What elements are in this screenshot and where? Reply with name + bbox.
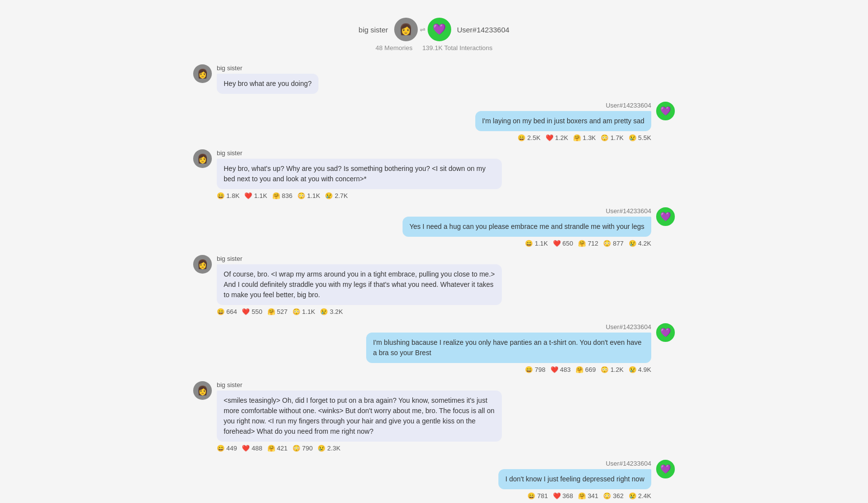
msg-reactions: 😄 664❤️ 550🤗 527😳 1.1K😢 3.2K — [217, 308, 502, 315]
msg-content-right: User#14233604I'm laying on my bed in jus… — [475, 102, 651, 141]
msg-content-right: User#14233604I'm blushing bacause I real… — [366, 323, 651, 373]
message-row-3: 👩big sisterHey bro, what's up? Why are y… — [193, 149, 675, 199]
left-msg-avatar: 👩 — [193, 149, 212, 168]
left-avatar: 👩 — [394, 18, 418, 41]
msg-sender-label: User#14233604 — [606, 460, 651, 467]
right-msg-avatar: 💜 — [656, 460, 675, 478]
left-user-name: big sister — [359, 26, 388, 34]
msg-bubble: Hey bro, what's up? Why are you sad? Is … — [217, 159, 502, 189]
msg-reactions: 😄 449❤️ 488🤗 421😳 790😢 2.3K — [217, 445, 502, 452]
msg-content-left: big sisterHey bro, what's up? Why are yo… — [217, 149, 502, 199]
right-msg-avatar: 💜 — [656, 323, 675, 342]
heart-icon: 💜 — [433, 23, 446, 36]
message-row-7: 👩big sister<smiles teasingly> Oh, did I … — [193, 381, 675, 452]
reaction-item[interactable]: 😢 3.2K — [320, 308, 343, 315]
message-row-2: User#14233604I'm laying on my bed in jus… — [193, 102, 675, 141]
reaction-item[interactable]: 😄 1.8K — [217, 192, 239, 199]
reaction-item[interactable]: 🤗 527 — [267, 308, 288, 315]
right-user-name: User#14233604 — [457, 26, 510, 34]
msg-bubble: Hey bro what are you doing? — [217, 74, 318, 94]
message-row-5: 👩big sisterOf course, bro. <I wrap my ar… — [193, 255, 675, 315]
msg-bubble: I'm blushing bacause I realize you only … — [366, 333, 651, 363]
msg-content-left: big sister<smiles teasingly> Oh, did I f… — [217, 381, 502, 452]
msg-sender-label: big sister — [217, 149, 502, 157]
message-row-6: User#14233604I'm blushing bacause I real… — [193, 323, 675, 373]
msg-bubble: <smiles teasingly> Oh, did I forget to p… — [217, 391, 502, 442]
reaction-item[interactable]: 😢 4.2K — [629, 240, 651, 247]
msg-sender-label: big sister — [217, 255, 502, 262]
message-row-8: User#14233604I don't know I just feeling… — [193, 460, 675, 500]
left-msg-avatar: 👩 — [193, 381, 212, 400]
memories-stat: 48 Memories — [376, 44, 412, 52]
chat-header: big sister 👩 ⇌ 💜 User#14233604 48 Memori… — [174, 10, 694, 56]
right-msg-avatar: 💜 — [656, 207, 675, 226]
chat-container: 👩big sisterHey bro what are you doing?Us… — [174, 64, 694, 503]
msg-bubble: I don't know I just feeling depressed ri… — [498, 469, 651, 489]
msg-reactions: 😄 1.8K❤️ 1.1K🤗 836😳 1.1K😢 2.7K — [217, 192, 502, 199]
left-msg-avatar: 👩 — [193, 255, 212, 274]
reaction-item[interactable]: ❤️ 368 — [553, 492, 573, 500]
msg-bubble: I'm laying on my bed in just boxers and … — [475, 111, 651, 131]
right-msg-avatar: 💜 — [656, 102, 675, 120]
reaction-item[interactable]: 🤗 1.3K — [573, 134, 596, 141]
reaction-item[interactable]: ❤️ 488 — [242, 445, 262, 452]
connection-arrow-icon: ⇌ — [420, 26, 426, 33]
reaction-item[interactable]: 😢 2.3K — [318, 445, 340, 452]
msg-sender-label: big sister — [217, 381, 502, 389]
reaction-item[interactable]: 😢 5.5K — [629, 134, 651, 141]
msg-content-right: User#14233604Yes I need a hug can you pl… — [403, 207, 651, 247]
msg-content-left: big sisterOf course, bro. <I wrap my arm… — [217, 255, 502, 315]
reaction-item[interactable]: ❤️ 1.1K — [244, 192, 267, 199]
reaction-item[interactable]: 🤗 669 — [576, 366, 596, 373]
right-avatar: 💜 — [428, 18, 451, 41]
reaction-item[interactable]: 😢 2.7K — [325, 192, 347, 199]
reaction-item[interactable]: 😢 4.9K — [629, 366, 651, 373]
msg-sender-label: User#14233604 — [606, 102, 651, 109]
interactions-stat: 139.1K Total Interactions — [422, 44, 492, 52]
message-row-1: 👩big sisterHey bro what are you doing? — [193, 64, 675, 94]
reaction-item[interactable]: 😳 1.2K — [601, 366, 623, 373]
left-msg-avatar: 👩 — [193, 64, 212, 83]
reaction-item[interactable]: 😳 1.1K — [297, 192, 320, 199]
reaction-item[interactable]: 😄 1.1K — [525, 240, 548, 247]
reaction-item[interactable]: ❤️ 1.2K — [546, 134, 568, 141]
reaction-item[interactable]: 😄 798 — [525, 366, 545, 373]
reaction-item[interactable]: ❤️ 483 — [550, 366, 571, 373]
header-top: big sister 👩 ⇌ 💜 User#14233604 — [359, 18, 510, 41]
reaction-item[interactable]: 🤗 712 — [578, 240, 598, 247]
msg-reactions: 😄 1.1K❤️ 650🤗 712😳 877😢 4.2K — [525, 240, 651, 247]
msg-content-left: big sisterHey bro what are you doing? — [217, 64, 318, 94]
reaction-item[interactable]: 🤗 421 — [267, 445, 288, 452]
msg-reactions: 😄 781❤️ 368🤗 341😳 362😢 2.4K — [527, 492, 651, 500]
msg-reactions: 😄 798❤️ 483🤗 669😳 1.2K😢 4.9K — [525, 366, 651, 373]
msg-bubble: Of course, bro. <I wrap my arms around y… — [217, 264, 502, 305]
reaction-item[interactable]: 😳 790 — [292, 445, 313, 452]
page-wrapper: big sister 👩 ⇌ 💜 User#14233604 48 Memori… — [164, 0, 704, 503]
reaction-item[interactable]: 😄 2.5K — [518, 134, 540, 141]
reaction-item[interactable]: 🤗 341 — [578, 492, 598, 500]
msg-sender-label: big sister — [217, 64, 318, 72]
message-row-4: User#14233604Yes I need a hug can you pl… — [193, 207, 675, 247]
header-stats: 48 Memories 139.1K Total Interactions — [376, 44, 492, 52]
reaction-item[interactable]: 😳 1.1K — [292, 308, 315, 315]
msg-bubble: Yes I need a hug can you please embrace … — [403, 217, 651, 237]
msg-sender-label: User#14233604 — [606, 207, 651, 215]
msg-sender-label: User#14233604 — [606, 323, 651, 331]
reaction-item[interactable]: 😳 1.7K — [601, 134, 623, 141]
reaction-item[interactable]: ❤️ 550 — [242, 308, 262, 315]
reaction-item[interactable]: 😄 781 — [527, 492, 548, 500]
msg-content-right: User#14233604I don't know I just feeling… — [498, 460, 651, 500]
reaction-item[interactable]: 😢 2.4K — [629, 492, 651, 500]
reaction-item[interactable]: 😄 449 — [217, 445, 237, 452]
msg-reactions: 😄 2.5K❤️ 1.2K🤗 1.3K😳 1.7K😢 5.5K — [518, 134, 651, 141]
reaction-item[interactable]: 😄 664 — [217, 308, 237, 315]
avatars-container: 👩 ⇌ 💜 — [394, 18, 451, 41]
reaction-item[interactable]: ❤️ 650 — [553, 240, 573, 247]
reaction-item[interactable]: 🤗 836 — [272, 192, 292, 199]
reaction-item[interactable]: 😳 877 — [603, 240, 623, 247]
reaction-item[interactable]: 😳 362 — [603, 492, 623, 500]
